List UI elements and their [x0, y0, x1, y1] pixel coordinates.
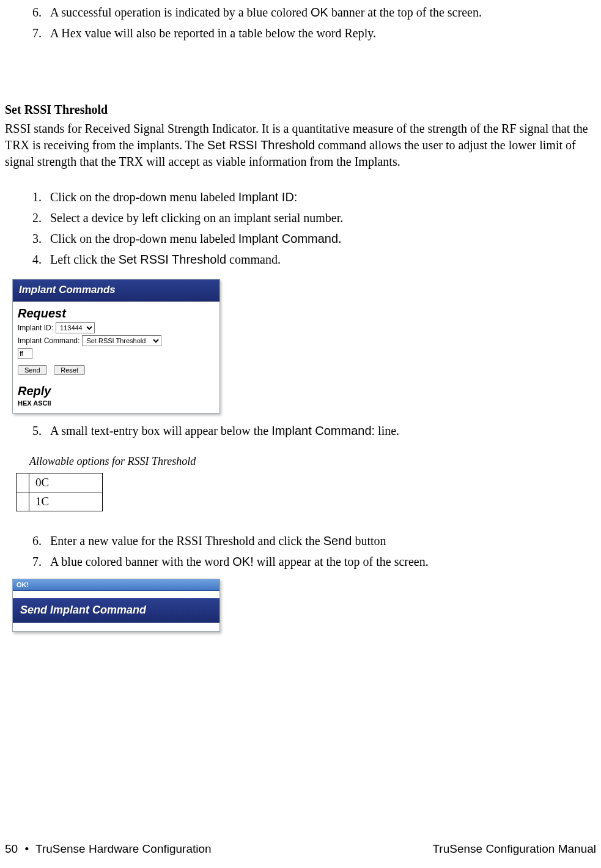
page-number: 50 — [5, 842, 18, 855]
panel-title: Implant Commands — [13, 280, 219, 302]
list-number: 4. — [24, 251, 42, 268]
list-item: 4.Left click the Set RSSI Threshold comm… — [24, 251, 596, 268]
reply-table-header: HEX ASCII — [18, 399, 215, 407]
page-footer: 50 • TruSense Hardware Configuration Tru… — [5, 842, 596, 856]
bullet-icon: • — [24, 842, 29, 855]
list-number: 5. — [24, 422, 42, 439]
list-text: Click on the drop-down menu labeled Impl… — [50, 188, 297, 206]
send-button[interactable]: Send — [18, 365, 47, 375]
table-cell: 1C — [29, 492, 103, 511]
footer-left: TruSense Hardware Configuration — [35, 842, 212, 855]
list-number: 3. — [24, 230, 42, 247]
list-item: 2.Select a device by left clicking on an… — [24, 209, 596, 226]
screenshot-ok-banner: OK! Send Implant Command — [12, 579, 220, 632]
list-item: 7.A blue colored banner with the word OK… — [24, 553, 596, 570]
implant-command-select[interactable]: Set RSSI Threshold — [82, 335, 161, 346]
list-text: A Hex value will also be reported in a t… — [50, 24, 376, 42]
section-heading: Set RSSI Threshold — [5, 103, 596, 117]
implant-id-label: Implant ID: — [18, 324, 53, 332]
list-item: 6.Enter a new value for the RSSI Thresho… — [24, 532, 596, 549]
list-number: 6. — [24, 532, 42, 549]
list-text: A blue colored banner with the word OK! … — [50, 553, 429, 570]
list-item: 5.A small text-entry box will appear bel… — [24, 422, 596, 439]
param-input[interactable] — [18, 348, 32, 359]
reset-button[interactable]: Reset — [54, 365, 85, 375]
request-heading: Request — [18, 306, 215, 321]
list-number: 7. — [24, 24, 42, 42]
list-text: A small text-entry box will appear below… — [50, 422, 399, 439]
ok-banner: OK! — [13, 579, 219, 591]
list-text: A successful operation is indicated by a… — [50, 4, 482, 21]
list-number: 7. — [24, 553, 42, 570]
footer-right: TruSense Configuration Manual — [432, 842, 596, 856]
table-cell — [17, 492, 29, 511]
list-text: Enter a new value for the RSSI Threshold… — [50, 532, 386, 549]
options-table: 0C1C — [16, 473, 103, 511]
panel-title-2: Send Implant Command — [13, 598, 219, 623]
list-number: 6. — [24, 4, 42, 21]
list-item: 6.A successful operation is indicated by… — [24, 4, 596, 21]
reply-heading: Reply — [18, 384, 215, 398]
list-number: 2. — [24, 209, 42, 226]
list-item: 7.A Hex value will also be reported in a… — [24, 24, 596, 42]
table-cell: 0C — [29, 473, 103, 492]
list-item: 3.Click on the drop-down menu labeled Im… — [24, 230, 596, 247]
intro-paragraph: RSSI stands for Received Signal Strength… — [5, 121, 596, 170]
table-cell — [17, 473, 29, 492]
screenshot-implant-commands: Implant Commands Request Implant ID: 113… — [12, 279, 220, 414]
list-text: Click on the drop-down menu labeled Impl… — [50, 230, 341, 247]
implant-command-label: Implant Command: — [18, 336, 79, 345]
list-text: Select a device by left clicking on an i… — [50, 209, 343, 226]
implant-id-select[interactable]: 113444 — [56, 322, 95, 333]
list-item: 1.Click on the drop-down menu labeled Im… — [24, 188, 596, 206]
list-text: Left click the Set RSSI Threshold comman… — [50, 251, 281, 268]
options-caption: Allowable options for RSSI Threshold — [29, 455, 596, 468]
list-number: 1. — [24, 188, 42, 206]
